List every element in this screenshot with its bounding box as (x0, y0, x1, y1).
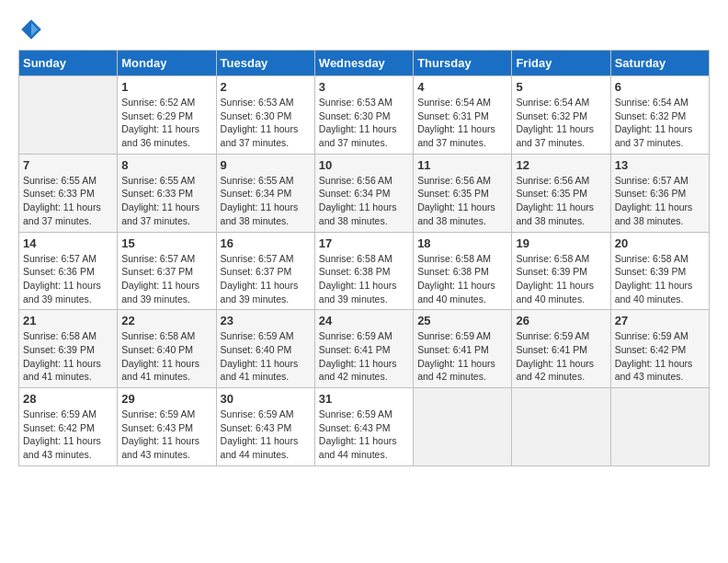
logo-icon (20, 18, 42, 40)
day-info: Sunrise: 6:59 AMSunset: 6:43 PMDaylight:… (221, 408, 311, 462)
day-number: 29 (121, 392, 211, 406)
day-cell (610, 388, 709, 466)
day-info: Sunrise: 6:57 AMSunset: 6:36 PMDaylight:… (23, 252, 113, 306)
day-cell (414, 388, 512, 466)
day-number: 21 (23, 314, 113, 327)
day-cell: 3Sunrise: 6:53 AMSunset: 6:30 PMDaylight… (314, 76, 413, 155)
day-info: Sunrise: 6:58 AMSunset: 6:39 PMDaylight:… (615, 252, 705, 306)
day-info: Sunrise: 6:58 AMSunset: 6:39 PMDaylight:… (23, 329, 113, 384)
day-cell: 13Sunrise: 6:57 AMSunset: 6:36 PMDayligh… (610, 154, 709, 232)
day-number: 31 (319, 392, 409, 406)
day-cell: 6Sunrise: 6:54 AMSunset: 6:32 PMDaylight… (610, 76, 709, 155)
day-number: 3 (319, 80, 409, 94)
day-number: 26 (516, 314, 606, 327)
day-info: Sunrise: 6:58 AMSunset: 6:38 PMDaylight:… (319, 252, 409, 306)
logo (18, 18, 48, 40)
day-cell: 23Sunrise: 6:59 AMSunset: 6:40 PMDayligh… (216, 310, 314, 388)
column-header-wednesday: Wednesday (314, 51, 413, 76)
day-info: Sunrise: 6:59 AMSunset: 6:41 PMDaylight:… (516, 329, 606, 384)
day-number: 8 (121, 158, 211, 172)
day-cell: 14Sunrise: 6:57 AMSunset: 6:36 PMDayligh… (19, 232, 118, 310)
day-info: Sunrise: 6:52 AMSunset: 6:29 PMDaylight:… (121, 96, 211, 150)
day-info: Sunrise: 6:58 AMSunset: 6:38 PMDaylight:… (417, 252, 507, 306)
day-cell: 8Sunrise: 6:55 AMSunset: 6:33 PMDaylight… (118, 154, 216, 232)
day-cell: 2Sunrise: 6:53 AMSunset: 6:30 PMDaylight… (216, 76, 314, 155)
day-info: Sunrise: 6:57 AMSunset: 6:37 PMDaylight:… (121, 252, 211, 306)
column-header-friday: Friday (512, 51, 610, 76)
day-cell: 22Sunrise: 6:58 AMSunset: 6:40 PMDayligh… (118, 310, 216, 388)
week-row-5: 28Sunrise: 6:59 AMSunset: 6:42 PMDayligh… (19, 388, 710, 466)
day-number: 15 (121, 236, 211, 250)
day-cell: 27Sunrise: 6:59 AMSunset: 6:42 PMDayligh… (610, 310, 709, 388)
column-header-saturday: Saturday (610, 51, 709, 76)
day-cell: 4Sunrise: 6:54 AMSunset: 6:31 PMDaylight… (414, 76, 512, 155)
day-info: Sunrise: 6:58 AMSunset: 6:40 PMDaylight:… (121, 329, 211, 384)
day-cell: 9Sunrise: 6:55 AMSunset: 6:34 PMDaylight… (216, 154, 314, 232)
day-cell: 24Sunrise: 6:59 AMSunset: 6:41 PMDayligh… (314, 310, 413, 388)
day-number: 4 (417, 80, 507, 94)
day-cell: 28Sunrise: 6:59 AMSunset: 6:42 PMDayligh… (19, 388, 118, 466)
day-info: Sunrise: 6:56 AMSunset: 6:35 PMDaylight:… (417, 174, 507, 228)
day-cell: 30Sunrise: 6:59 AMSunset: 6:43 PMDayligh… (216, 388, 314, 466)
day-info: Sunrise: 6:59 AMSunset: 6:41 PMDaylight:… (319, 329, 409, 384)
day-cell: 16Sunrise: 6:57 AMSunset: 6:37 PMDayligh… (216, 232, 314, 310)
calendar-table: SundayMondayTuesdayWednesdayThursdayFrid… (18, 50, 710, 466)
day-cell: 7Sunrise: 6:55 AMSunset: 6:33 PMDaylight… (19, 154, 118, 232)
day-info: Sunrise: 6:55 AMSunset: 6:33 PMDaylight:… (23, 174, 113, 228)
day-number: 7 (23, 158, 113, 172)
day-number: 11 (417, 158, 507, 172)
day-cell: 12Sunrise: 6:56 AMSunset: 6:35 PMDayligh… (512, 154, 610, 232)
day-info: Sunrise: 6:59 AMSunset: 6:40 PMDaylight:… (221, 329, 311, 384)
day-info: Sunrise: 6:59 AMSunset: 6:43 PMDaylight:… (121, 408, 211, 462)
day-number: 20 (615, 236, 705, 250)
day-info: Sunrise: 6:59 AMSunset: 6:42 PMDaylight:… (615, 329, 705, 384)
day-cell: 25Sunrise: 6:59 AMSunset: 6:41 PMDayligh… (414, 310, 512, 388)
week-row-2: 7Sunrise: 6:55 AMSunset: 6:33 PMDaylight… (19, 154, 710, 232)
day-number: 25 (417, 314, 507, 327)
day-cell (512, 388, 610, 466)
week-row-1: 1Sunrise: 6:52 AMSunset: 6:29 PMDaylight… (19, 76, 710, 155)
day-cell: 18Sunrise: 6:58 AMSunset: 6:38 PMDayligh… (414, 232, 512, 310)
day-number: 28 (23, 392, 113, 406)
day-info: Sunrise: 6:53 AMSunset: 6:30 PMDaylight:… (319, 96, 409, 150)
day-cell: 1Sunrise: 6:52 AMSunset: 6:29 PMDaylight… (118, 76, 216, 155)
day-cell: 10Sunrise: 6:56 AMSunset: 6:34 PMDayligh… (314, 154, 413, 232)
day-cell: 31Sunrise: 6:59 AMSunset: 6:43 PMDayligh… (314, 388, 413, 466)
day-number: 24 (319, 314, 409, 327)
day-cell (19, 76, 118, 155)
day-info: Sunrise: 6:59 AMSunset: 6:42 PMDaylight:… (23, 408, 113, 462)
day-info: Sunrise: 6:54 AMSunset: 6:32 PMDaylight:… (516, 96, 606, 150)
day-info: Sunrise: 6:59 AMSunset: 6:43 PMDaylight:… (319, 408, 409, 462)
day-number: 23 (221, 314, 311, 327)
day-cell: 17Sunrise: 6:58 AMSunset: 6:38 PMDayligh… (314, 232, 413, 310)
day-number: 12 (516, 158, 606, 172)
week-row-3: 14Sunrise: 6:57 AMSunset: 6:36 PMDayligh… (19, 232, 710, 310)
column-header-thursday: Thursday (414, 51, 512, 76)
day-cell: 19Sunrise: 6:58 AMSunset: 6:39 PMDayligh… (512, 232, 610, 310)
day-number: 6 (615, 80, 705, 94)
day-info: Sunrise: 6:58 AMSunset: 6:39 PMDaylight:… (516, 252, 606, 306)
day-info: Sunrise: 6:54 AMSunset: 6:31 PMDaylight:… (417, 96, 507, 150)
column-header-sunday: Sunday (19, 51, 118, 76)
day-info: Sunrise: 6:55 AMSunset: 6:33 PMDaylight:… (121, 174, 211, 228)
day-number: 10 (319, 158, 409, 172)
day-info: Sunrise: 6:55 AMSunset: 6:34 PMDaylight:… (221, 174, 311, 228)
day-info: Sunrise: 6:54 AMSunset: 6:32 PMDaylight:… (615, 96, 705, 150)
day-cell: 26Sunrise: 6:59 AMSunset: 6:41 PMDayligh… (512, 310, 610, 388)
day-number: 9 (221, 158, 311, 172)
day-number: 19 (516, 236, 606, 250)
column-header-tuesday: Tuesday (216, 51, 314, 76)
day-number: 13 (615, 158, 705, 172)
day-number: 22 (121, 314, 211, 327)
day-number: 1 (121, 80, 211, 94)
day-cell: 20Sunrise: 6:58 AMSunset: 6:39 PMDayligh… (610, 232, 709, 310)
day-cell: 15Sunrise: 6:57 AMSunset: 6:37 PMDayligh… (118, 232, 216, 310)
day-number: 27 (615, 314, 705, 327)
day-info: Sunrise: 6:57 AMSunset: 6:37 PMDaylight:… (221, 252, 311, 306)
day-info: Sunrise: 6:56 AMSunset: 6:34 PMDaylight:… (319, 174, 409, 228)
day-number: 30 (221, 392, 311, 406)
header-row: SundayMondayTuesdayWednesdayThursdayFrid… (19, 51, 710, 76)
day-cell: 21Sunrise: 6:58 AMSunset: 6:39 PMDayligh… (19, 310, 118, 388)
day-number: 2 (221, 80, 311, 94)
day-number: 14 (23, 236, 113, 250)
